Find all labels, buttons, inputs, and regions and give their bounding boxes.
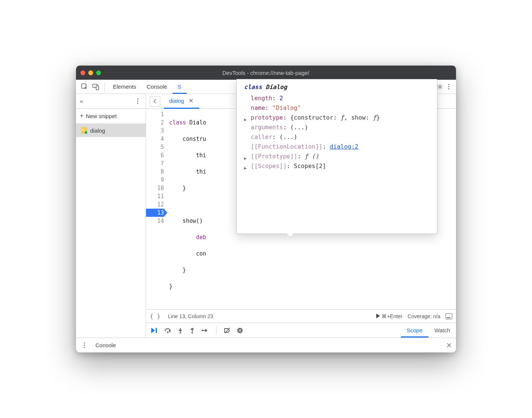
close-drawer-icon[interactable]: ✕ [446, 341, 452, 350]
chevron-right-icon[interactable]: ▶ [244, 163, 247, 173]
prop-length[interactable]: length: 2 [244, 94, 432, 103]
step-out-icon[interactable] [189, 327, 195, 334]
close-window-button[interactable] [80, 70, 85, 75]
scope-tab[interactable]: Scope [401, 323, 429, 338]
prop-arguments[interactable]: arguments: (...) [244, 123, 432, 132]
traffic-lights [80, 70, 101, 75]
gutter: 1 2 3 4 5 6 7 8 9 10 11 12 13 14 [146, 109, 167, 309]
prop-function-location[interactable]: [[FunctionLocation]]: dialog:2 [244, 142, 432, 152]
prop-prototype[interactable]: ▶ prototype: {constructor: ƒ, show: ƒ} [244, 113, 432, 123]
active-line-number: 13 [146, 209, 164, 217]
snippet-item[interactable]: dialog [76, 124, 146, 137]
svg-point-7 [191, 332, 193, 333]
navigate-back-icon[interactable] [150, 96, 160, 107]
snippet-file-icon [81, 127, 87, 134]
minimize-window-button[interactable] [88, 70, 93, 75]
close-tab-icon[interactable]: ✕ [188, 97, 194, 104]
svg-point-8 [202, 330, 203, 331]
svg-rect-11 [240, 329, 241, 332]
sidebar-more-icon[interactable] [133, 98, 142, 104]
svg-rect-2 [96, 86, 99, 90]
console-drawer: Console ✕ [76, 338, 456, 352]
editor-tab-label: dialog [169, 98, 184, 104]
svg-point-9 [237, 328, 243, 333]
svg-point-6 [180, 332, 181, 333]
debugger-toolbar: Scope Watch [146, 323, 456, 338]
svg-point-3 [439, 86, 441, 88]
toggle-drawer-icon[interactable] [446, 313, 452, 319]
prop-internal-scopes[interactable]: ▶ [[Scopes]]: Scopes[2] [244, 161, 432, 171]
more-options-icon[interactable] [444, 84, 453, 89]
pretty-print-icon[interactable]: { } [150, 313, 161, 320]
svg-point-5 [167, 332, 168, 333]
devtools-window: DevTools - chrome://new-tab-page/ Elemen… [76, 66, 456, 352]
snippet-name: dialog [90, 127, 105, 134]
step-over-icon[interactable] [164, 327, 171, 334]
step-into-icon[interactable] [177, 327, 183, 334]
coverage-label: Coverage: n/a [408, 313, 440, 319]
console-label: Console [95, 342, 116, 348]
play-icon [376, 314, 380, 318]
titlebar: DevTools - chrome://new-tab-page/ [76, 66, 456, 80]
svg-rect-4 [156, 328, 157, 333]
tab-sources[interactable]: S [172, 80, 187, 94]
resume-icon[interactable] [151, 327, 158, 334]
watch-tab[interactable]: Watch [428, 323, 456, 338]
expand-panel-icon[interactable]: » [80, 98, 83, 105]
prop-internal-prototype[interactable]: ▶ [[Prototype]]: ƒ () [244, 152, 432, 161]
editor-tab-dialog[interactable]: dialog ✕ [164, 94, 199, 109]
window-title: DevTools - chrome://new-tab-page/ [101, 70, 431, 76]
device-toggle-icon[interactable] [90, 81, 101, 92]
function-location-link[interactable]: dialog:2 [330, 143, 358, 150]
sidebar: » + New snippet dialog [76, 94, 146, 338]
tab-elements[interactable]: Elements [108, 80, 142, 94]
pause-on-exceptions-icon[interactable] [237, 327, 243, 334]
new-snippet-label: New snippet [86, 113, 117, 119]
maximize-window-button[interactable] [96, 70, 101, 75]
inspect-element-icon[interactable] [79, 81, 90, 92]
popover-header: class Dialog [244, 82, 432, 94]
sidebar-top: » [76, 94, 146, 109]
prop-caller[interactable]: caller: (...) [244, 132, 432, 142]
step-icon[interactable] [201, 327, 209, 333]
run-snippet-button[interactable]: ⌘+Enter [376, 313, 402, 319]
tab-console[interactable]: Console [142, 80, 172, 94]
new-snippet-button[interactable]: + New snippet [76, 109, 146, 124]
prop-name[interactable]: name: "Dialog" [244, 103, 432, 113]
value-preview-popover: class Dialog length: 2 name: "Dialog" ▶ … [236, 79, 437, 234]
cursor-position: Line 13, Column 23 [168, 313, 213, 319]
editor-statusbar: { } Line 13, Column 23 ⌘+Enter Coverage:… [146, 309, 456, 323]
plus-icon: + [80, 112, 84, 120]
deactivate-breakpoints-icon[interactable] [224, 327, 231, 334]
console-more-icon[interactable] [80, 342, 89, 348]
svg-rect-10 [239, 329, 240, 332]
